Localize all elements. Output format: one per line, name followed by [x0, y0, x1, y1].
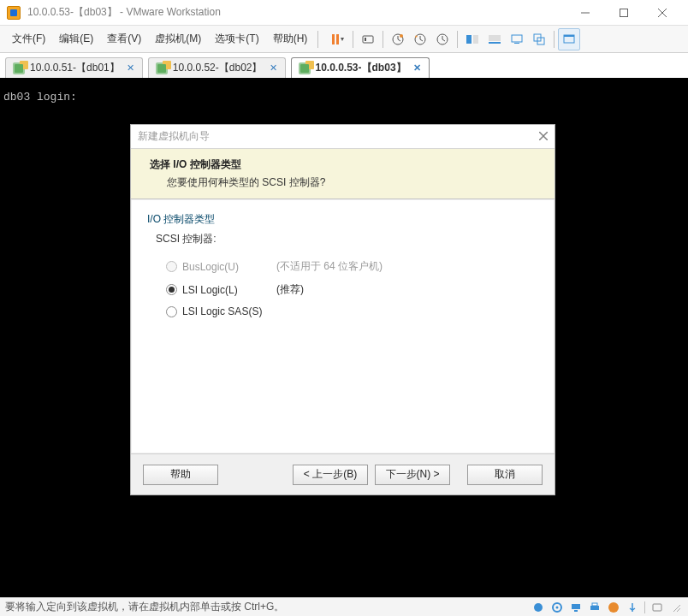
svg-rect-30: [653, 604, 661, 611]
svg-rect-4: [363, 36, 373, 43]
radio-buslogic: [166, 261, 177, 272]
menu-file[interactable]: 文件(F): [5, 28, 52, 50]
radio-label: LSI Logic SAS(S): [182, 305, 276, 317]
tab-close-icon[interactable]: ✕: [412, 62, 424, 74]
vm-icon: [13, 62, 25, 74]
help-button[interactable]: 帮助: [143, 465, 218, 485]
statusbar: 要将输入定向到该虚拟机，请在虚拟机内部单击或按 Ctrl+G。: [0, 597, 688, 616]
network-icon[interactable]: [569, 601, 583, 614]
printer-icon[interactable]: [588, 601, 602, 614]
suspend-button[interactable]: ▾: [327, 28, 349, 50]
vm-tab-db01[interactable]: 10.0.0.51-【db01】 ✕: [5, 57, 143, 78]
view-console-button[interactable]: [506, 28, 528, 50]
dialog-subheading: 您要使用何种类型的 SCSI 控制器?: [150, 172, 536, 190]
dialog-footer: 帮助 < 上一步(B) 下一步(N) > 取消: [131, 453, 555, 495]
thumbnail-bar-button[interactable]: [483, 28, 506, 50]
cancel-button[interactable]: 取消: [467, 465, 543, 485]
dialog-body: I/O 控制器类型 SCSI 控制器: BusLogic(U) (不适用于 64…: [132, 200, 554, 453]
dialog-heading: 选择 I/O 控制器类型: [150, 157, 536, 172]
menu-help[interactable]: 帮助(H): [266, 28, 315, 50]
svg-rect-15: [514, 43, 519, 44]
snapshot-take-button[interactable]: [387, 28, 409, 50]
menubar: 文件(F) 编辑(E) 查看(V) 虚拟机(M) 选项卡(T) 帮助(H) ▾: [0, 26, 688, 53]
app-icon: [7, 6, 21, 20]
svg-rect-11: [473, 35, 478, 44]
snapshot-revert-button[interactable]: [409, 28, 431, 50]
radio-buslogic-row: BusLogic(U) (不适用于 64 位客户机): [147, 255, 538, 278]
toolbar-separator: [317, 31, 318, 48]
radio-label: BusLogic(U): [182, 261, 276, 273]
vm-tab-label: 10.0.0.52-【db02】: [173, 61, 263, 75]
svg-rect-26: [574, 610, 578, 612]
vm-tab-db03[interactable]: 10.0.0.53-【db03】 ✕: [291, 57, 430, 78]
toolbar-separator: [353, 31, 353, 48]
radio-lsilogic[interactable]: [166, 284, 177, 295]
toolbar-separator: [554, 31, 555, 48]
toolbar-separator: [383, 31, 383, 48]
svg-rect-25: [572, 604, 580, 609]
svg-point-7: [400, 34, 403, 38]
svg-rect-12: [489, 35, 501, 41]
radio-lsilogic-row[interactable]: LSI Logic(L) (推荐): [147, 278, 538, 301]
toolbar-separator: [457, 31, 458, 48]
svg-rect-14: [512, 35, 522, 42]
status-text: 要将输入定向到该虚拟机，请在虚拟机内部单击或按 Ctrl+G。: [5, 600, 531, 614]
disk-icon[interactable]: [531, 601, 545, 614]
menu-view[interactable]: 查看(V): [100, 28, 148, 50]
usb-icon[interactable]: [626, 601, 639, 614]
tab-close-icon[interactable]: ✕: [125, 62, 137, 74]
radio-lsilogicsas-row[interactable]: LSI Logic SAS(S): [147, 301, 538, 322]
library-button[interactable]: [461, 28, 483, 50]
dialog-titlebar[interactable]: 新建虚拟机向导: [131, 125, 555, 149]
minimize-button[interactable]: [566, 0, 604, 25]
window-controls: [566, 0, 681, 25]
window-titlebar: 10.0.0.53-【db03】 - VMware Workstation: [0, 0, 688, 26]
new-vm-wizard-dialog: 新建虚拟机向导 选择 I/O 控制器类型 您要使用何种类型的 SCSI 控制器?…: [130, 124, 555, 495]
svg-rect-5: [365, 38, 366, 41]
svg-rect-13: [489, 42, 501, 44]
back-button[interactable]: < 上一步(B): [293, 465, 368, 485]
unity-button[interactable]: [528, 28, 550, 50]
svg-rect-19: [564, 35, 574, 37]
dialog-header: 选择 I/O 控制器类型 您要使用何种类型的 SCSI 控制器?: [131, 149, 555, 199]
maximize-button[interactable]: [604, 0, 643, 25]
fullscreen-button[interactable]: [558, 28, 580, 50]
svg-point-29: [608, 602, 619, 613]
vm-icon: [299, 62, 311, 74]
svg-rect-10: [466, 35, 472, 44]
chevron-down-icon: ▾: [341, 35, 344, 43]
next-button[interactable]: 下一步(N) >: [375, 465, 450, 485]
sound-icon[interactable]: [607, 601, 620, 614]
tray-separator: [644, 601, 645, 613]
messages-icon[interactable]: [650, 601, 664, 614]
status-tray: [531, 601, 683, 614]
radio-label: LSI Logic(L): [182, 284, 276, 296]
io-controller-group-label: I/O 控制器类型: [147, 212, 538, 227]
radio-note: (推荐): [276, 282, 304, 297]
svg-point-24: [556, 606, 559, 608]
radio-note: (不适用于 64 位客户机): [276, 259, 383, 274]
svg-rect-27: [590, 606, 599, 610]
close-button[interactable]: [643, 0, 681, 25]
radio-lsilogicsas[interactable]: [166, 306, 177, 317]
send-ctrl-alt-del-button[interactable]: [357, 28, 379, 50]
resize-grip-icon[interactable]: [669, 601, 683, 614]
window-title: 10.0.0.53-【db03】 - VMware Workstation: [27, 5, 566, 20]
vm-tabbar: 10.0.0.51-【db01】 ✕ 10.0.0.52-【db02】 ✕ 10…: [0, 53, 688, 79]
snapshot-manager-button[interactable]: [431, 28, 454, 50]
cd-icon[interactable]: [550, 601, 564, 614]
dialog-close-button[interactable]: [539, 131, 548, 143]
vm-icon: [156, 62, 168, 74]
menu-tabs[interactable]: 选项卡(T): [208, 28, 265, 50]
menu-vm[interactable]: 虚拟机(M): [148, 28, 208, 50]
svg-point-22: [534, 603, 543, 612]
vm-tab-db02[interactable]: 10.0.0.52-【db02】 ✕: [148, 57, 286, 78]
menu-edit[interactable]: 编辑(E): [52, 28, 100, 50]
vm-tab-label: 10.0.0.53-【db03】: [316, 61, 406, 75]
svg-rect-1: [620, 9, 627, 16]
tab-close-icon[interactable]: ✕: [268, 62, 280, 74]
scsi-controller-label: SCSI 控制器:: [147, 232, 538, 246]
dialog-title: 新建虚拟机向导: [138, 129, 210, 144]
vm-tab-label: 10.0.0.51-【db01】: [30, 61, 120, 75]
svg-rect-28: [592, 603, 597, 606]
